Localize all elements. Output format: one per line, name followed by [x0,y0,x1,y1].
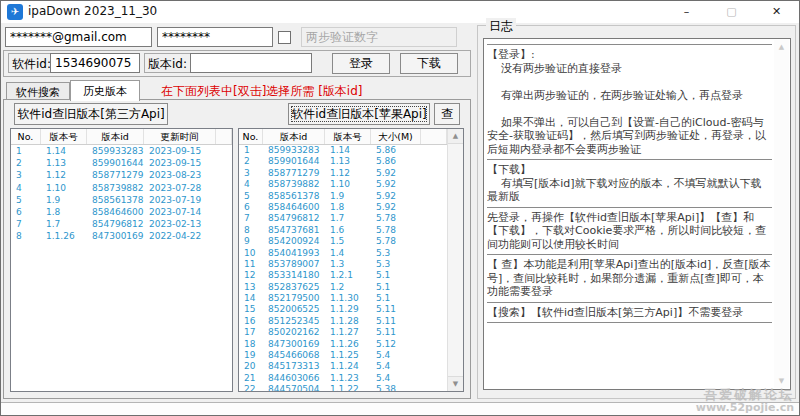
table-row[interactable]: 228445705041.1.225.38 [239,384,447,391]
email-input[interactable] [5,27,152,47]
minimize-button[interactable]: – [664,1,709,23]
table-row[interactable]: 218446030661.1.235.4 [239,373,447,384]
scroll-down-icon[interactable]: ▼ [448,376,463,391]
column-header[interactable]: 版本号 [325,129,371,144]
history-table-right-body: No.版本id版本号大小(M)18599332831.145.862859901… [239,129,447,391]
table-cell: 858771279 [87,169,144,181]
table-cell: 859933283 [263,145,325,156]
history-table-left[interactable]: No.版本号版本id更新时间11.148599332832023-09-1521… [10,128,233,392]
table-row[interactable]: 88547376811.65.78 [239,225,447,236]
table-cell: 1.1.26 [41,230,87,242]
double-click-hint: 在下面列表中[双击]选择所需 [版本id] [161,83,363,100]
table-header: No.版本id版本号大小(M) [239,129,447,145]
table-row[interactable]: 118537890071.35.3 [239,259,447,270]
log-scrollbar[interactable]: ▲ ▼ [774,40,789,388]
table-row[interactable]: 11.148599332832023-09-15 [11,145,232,157]
column-header[interactable]: No. [11,129,41,144]
table-cell: 858464600 [263,202,325,213]
table-row[interactable]: 198454660681.1.255.4 [239,350,447,361]
table-cell: 12 [239,270,263,281]
table-row[interactable]: 78547968121.75.78 [239,213,447,224]
twofa-checkbox[interactable] [278,31,291,44]
table-row[interactable]: 178502021621.1.275.11 [239,327,447,338]
table-row[interactable]: 81.1.268473001692022-04-22 [11,230,232,242]
column-header[interactable]: 版本id [263,129,325,144]
watermark: 吾爱破解论坛 www.52pojie.cn [696,388,794,414]
column-header[interactable]: No. [239,129,263,144]
table-row[interactable]: 108540419931.45.3 [239,248,447,259]
column-header[interactable]: 版本id [87,129,144,144]
right-table-scrollbar[interactable]: ▲ ▼ [447,129,463,391]
table-row[interactable]: 128533141801.2.15.1 [239,270,447,281]
tab-history-version[interactable]: 历史版本 [70,80,140,101]
twofa-code-input[interactable] [301,27,457,47]
table-row[interactable]: 188473001691.1.265.12 [239,339,447,350]
third-party-api-button[interactable]: 软件id查旧版本[第三方Api] [14,103,168,125]
table-row[interactable]: 68584646001.85.92 [239,202,447,213]
log-textbox[interactable]: 【登录】: 没有两步验证的直接登录 有弹出两步验证的，在两步验证处输入，再点登录… [483,38,791,390]
table-cell: 854200924 [263,236,325,247]
table-row[interactable]: 28599016441.135.86 [239,156,447,167]
software-id-input[interactable] [50,53,140,73]
table-row[interactable]: 31.128587712792023-08-23 [11,169,232,181]
table-cell: 5.38 [371,384,421,391]
maximize-button[interactable]: ▢ [709,1,754,23]
log-separator [487,322,772,323]
table-row[interactable]: 158520065251.1.295.11 [239,304,447,315]
table-row[interactable]: 18599332831.145.86 [239,145,447,156]
table-row[interactable]: 58585613781.95.92 [239,191,447,202]
table-cell: 9 [239,236,263,247]
scroll-up-icon[interactable]: ▲ [448,129,463,144]
column-header[interactable]: 更新时间 [144,129,216,144]
table-cell: 14 [239,293,263,304]
table-cell: 5.86 [371,156,421,167]
table-row[interactable]: 48587398821.105.92 [239,179,447,190]
table-row[interactable]: 148521795001.1.305.1 [239,293,447,304]
table-cell: 5.1 [371,270,421,281]
table-cell: 5.92 [371,191,421,202]
table-row[interactable]: 138528376251.25.1 [239,282,447,293]
table-row[interactable]: 41.108587398822023-07-28 [11,182,232,194]
table-cell: 5.3 [371,259,421,270]
scroll-up-icon[interactable]: ▲ [774,40,789,54]
table-cell: 852006525 [263,304,325,315]
table-cell: 5.86 [371,145,421,156]
title-bar: ✈ ipaDown 2023_11_30 – ▢ ✕ [1,1,799,23]
table-row[interactable]: 61.88584646002023-07-14 [11,206,232,218]
table-cell: 1.1.23 [325,373,371,384]
table-cell: 1.13 [41,157,87,169]
log-line [487,75,772,89]
table-cell: 2023-09-15 [144,157,216,169]
column-header[interactable]: 版本号 [41,129,87,144]
table-cell: 13 [239,282,263,293]
download-button[interactable]: 下载 [400,53,458,74]
table-cell: 5 [239,191,263,202]
log-separator [487,44,772,45]
table-cell: 854796812 [263,213,325,224]
history-table-right[interactable]: No.版本id版本号大小(M)18599332831.145.862859901… [238,128,464,392]
table-row[interactable]: 208451733131.1.245.4 [239,361,447,372]
table-cell: 859901644 [87,157,144,169]
tab-software-search[interactable]: 软件搜索 [6,82,70,100]
query-button[interactable]: 查 [434,103,460,125]
password-input[interactable] [157,27,273,47]
scroll-down-icon[interactable]: ▼ [774,374,789,388]
table-row[interactable]: 168512523451.1.285.11 [239,316,447,327]
table-cell: 16 [239,316,263,327]
apple-api-button[interactable]: 软件id查旧版本[苹果Api] [288,103,430,125]
table-cell: 19 [239,350,263,361]
table-cell: 1.5 [325,236,371,247]
column-header[interactable]: 大小(M) [371,129,421,144]
version-id-input[interactable] [190,53,312,73]
login-button[interactable]: 登录 [332,53,390,74]
table-cell: 854796812 [87,218,144,230]
table-cell: 1.1.24 [325,361,371,372]
table-cell: 2023-07-14 [144,206,216,218]
table-row[interactable]: 71.78547968122023-02-13 [11,218,232,230]
table-row[interactable]: 38587712791.125.92 [239,168,447,179]
close-button[interactable]: ✕ [754,1,799,23]
table-row[interactable]: 21.138599016442023-09-15 [11,157,232,169]
table-cell: 5.78 [371,225,421,236]
table-row[interactable]: 51.98585613782023-07-19 [11,194,232,206]
table-row[interactable]: 98542009241.55.78 [239,236,447,247]
